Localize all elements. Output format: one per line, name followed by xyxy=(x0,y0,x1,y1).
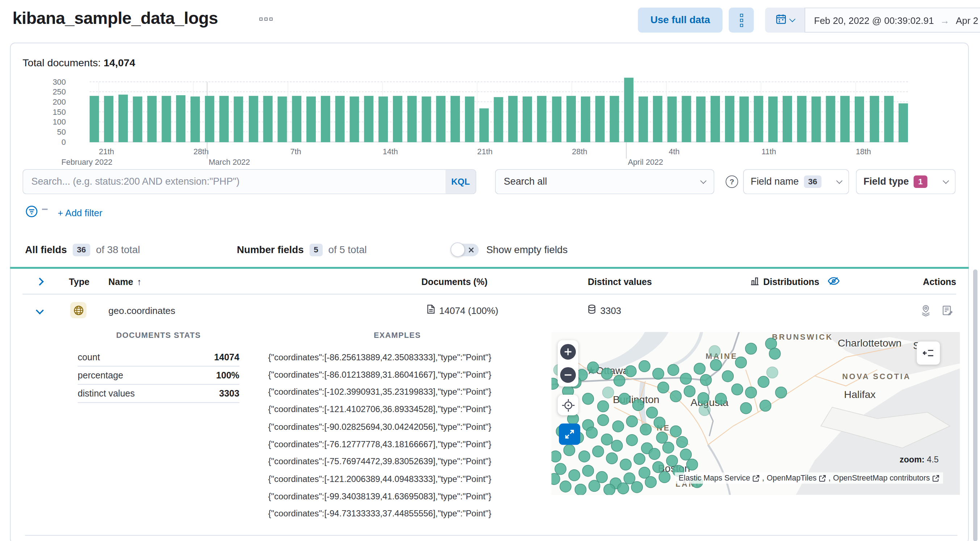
topbar: kibana_sample_data_logs Use full data Fe… xyxy=(0,0,980,41)
attribution-link[interactable]: OpenMapTiles xyxy=(767,474,817,482)
column-header-distributions[interactable]: Distributions xyxy=(750,269,840,294)
map-marker xyxy=(708,345,720,357)
map-marker xyxy=(603,484,615,495)
histogram-bar xyxy=(552,97,561,142)
app-viewport: kibana_sample_data_logs Use full data Fe… xyxy=(0,0,980,541)
documents-stats-title: DOCUMENTS STATS xyxy=(78,331,239,340)
zoom-in-button[interactable] xyxy=(560,344,576,360)
map-markers-layer xyxy=(552,332,960,495)
histogram-bar xyxy=(624,78,633,142)
column-header-distinct-values[interactable]: Distinct values xyxy=(588,269,652,294)
column-header-documents[interactable]: Documents (%) xyxy=(421,269,487,294)
explore-in-maps-icon[interactable] xyxy=(920,304,932,317)
field-name-count-badge: 36 xyxy=(803,175,821,188)
filter-icon[interactable] xyxy=(25,205,38,220)
histogram-bar xyxy=(523,96,532,142)
date-quick-select[interactable] xyxy=(765,8,805,33)
expand-all-button[interactable] xyxy=(37,269,43,294)
filter-bar: + Add filter xyxy=(25,205,102,220)
histogram-bar xyxy=(740,97,749,142)
show-empty-fields-group: Show empty fields xyxy=(451,244,568,256)
vertical-scrollbar[interactable] xyxy=(973,269,977,541)
map-marker xyxy=(617,482,629,494)
help-icon[interactable]: ? xyxy=(726,175,738,188)
map-marker xyxy=(759,399,771,411)
map-marker xyxy=(626,434,638,446)
locate-button[interactable] xyxy=(558,395,578,415)
date-range[interactable]: Feb 20, 2022 @ 00:39:02.91 → Apr 2 xyxy=(805,8,980,33)
external-link-icon xyxy=(752,475,759,482)
field-type-filter[interactable]: Field type 1 xyxy=(856,169,955,194)
histogram-bar xyxy=(89,96,99,142)
map-marker xyxy=(597,414,609,426)
map-marker xyxy=(698,404,710,416)
column-header-type[interactable]: Type xyxy=(69,269,89,294)
zoom-out-button[interactable] xyxy=(560,367,576,383)
y-axis-label: 200 xyxy=(22,98,65,107)
use-full-data-button[interactable]: Use full data xyxy=(638,8,722,33)
y-axis-label: 300 xyxy=(22,78,65,86)
number-fields-label: Number fields xyxy=(237,244,304,256)
chevron-down-icon xyxy=(836,177,842,184)
field-name-cell[interactable]: geo.coordinates xyxy=(108,294,175,326)
external-link-icon xyxy=(932,475,939,482)
column-header-name[interactable]: Name ↑ xyxy=(108,269,141,294)
map-marker xyxy=(662,441,674,453)
search-scope-select[interactable]: Search all xyxy=(495,169,714,194)
histogram-bar xyxy=(870,96,879,142)
map-marker xyxy=(710,359,721,371)
topbar-actions: Use full data Feb 20, 2022 @ 00:39:02.91… xyxy=(638,8,980,33)
histogram-bar xyxy=(653,96,662,142)
add-filter-link[interactable]: + Add filter xyxy=(57,207,102,218)
histogram-icon xyxy=(750,276,759,287)
field-type-cell xyxy=(70,294,87,326)
show-empty-fields-label: Show empty fields xyxy=(486,244,568,256)
map-marker xyxy=(745,387,757,398)
histogram-bar xyxy=(566,96,576,142)
map-marker xyxy=(554,463,566,475)
example-value: {"coordinates":[-90.02825694,30.04242056… xyxy=(268,418,527,436)
map-marker xyxy=(592,445,604,457)
example-value: {"coordinates":[-121.4102706,36.89334528… xyxy=(268,401,527,418)
histogram-bar xyxy=(609,95,619,142)
map-zoom-controls xyxy=(558,340,578,387)
histogram-bar xyxy=(147,95,157,142)
search-input[interactable] xyxy=(22,169,476,194)
date-picker[interactable]: Feb 20, 2022 @ 00:39:02.91 → Apr 2 xyxy=(765,8,980,33)
date-end[interactable]: Apr 2 xyxy=(956,15,978,25)
attribution-link[interactable]: OpenStreetMap contributors xyxy=(833,474,930,482)
date-start[interactable]: Feb 20, 2022 @ 00:39:02.91 xyxy=(814,15,934,25)
all-fields-suffix: of 38 total xyxy=(96,244,140,256)
map-marker xyxy=(578,450,590,462)
histogram-bar xyxy=(682,96,691,142)
x-axis-month-label: March 2022 xyxy=(208,158,250,167)
histogram-bar xyxy=(234,96,243,142)
collapse-legend-button[interactable] xyxy=(916,342,940,364)
show-empty-fields-toggle[interactable] xyxy=(451,244,479,256)
row-bottom-divider xyxy=(25,535,958,536)
documents-value: 14074 (100%) xyxy=(439,305,498,315)
all-fields-label: All fields xyxy=(25,244,67,256)
eye-slash-icon[interactable] xyxy=(828,276,840,287)
histogram-bar xyxy=(768,96,778,142)
expand-map-button[interactable] xyxy=(559,424,580,445)
kebab-menu-button[interactable] xyxy=(729,8,754,33)
edit-field-icon[interactable] xyxy=(942,304,954,317)
histogram-bar xyxy=(306,96,316,142)
geo-map[interactable]: ★OttawaBurlingtonAugustaMAINEBRUNSWICKCh… xyxy=(552,332,960,495)
map-marker xyxy=(582,465,593,477)
kql-button[interactable]: KQL xyxy=(445,170,476,194)
x-axis-day-label: 4th xyxy=(669,147,680,156)
map-marker xyxy=(679,448,691,460)
map-marker xyxy=(714,393,727,404)
histogram-bar xyxy=(855,96,864,142)
histogram-bar xyxy=(335,96,344,142)
example-value: {"coordinates":[-121.2006389,44.09483333… xyxy=(268,470,527,488)
field-name-filter[interactable]: Field name 36 xyxy=(743,169,849,194)
number-fields-summary: Number fields 5 of 5 total xyxy=(237,244,367,256)
index-options-icon[interactable] xyxy=(259,18,272,21)
attribution-link[interactable]: Elastic Maps Service xyxy=(679,474,750,482)
histogram-bar xyxy=(133,97,142,142)
row-collapse-button[interactable] xyxy=(37,294,43,326)
map-marker xyxy=(632,399,644,411)
